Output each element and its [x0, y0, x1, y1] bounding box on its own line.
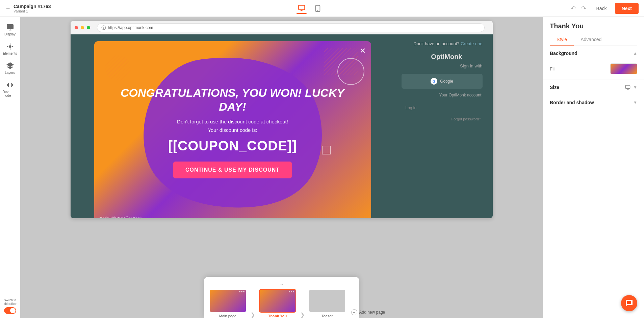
dot-green [87, 26, 90, 29]
switch-editor-label: Switch to old Editor [2, 298, 19, 306]
page-thumb-thankyou[interactable]: Thank You [259, 289, 296, 318]
sidebar-elements-label: Elements [3, 52, 17, 55]
sidebar-item-devmode[interactable]: Dev mode [1, 79, 19, 100]
dot-yellow [81, 26, 84, 29]
background-chevron: ▲ [633, 51, 637, 56]
thumb-teaser-bg [309, 290, 345, 312]
next-button[interactable]: Next [615, 3, 639, 14]
panel-body: Background ▲ Fill Size ▼ [543, 46, 644, 318]
popup-headline: CONGRATULATIONS, YOU WON! LUCKY DAY! [108, 86, 358, 114]
browser-frame: https://app.optimonk.com Don't have an a… [71, 21, 493, 218]
monitor-icon [625, 85, 630, 90]
sidebar-devmode-label: Dev mode [3, 90, 18, 97]
sidebar-item-display[interactable]: Display [1, 21, 19, 39]
page-thumb-teaser[interactable]: Teaser [309, 289, 346, 318]
size-chevron: ▼ [633, 85, 637, 90]
border-chevron: ▼ [633, 100, 637, 105]
back-button[interactable]: Back [592, 4, 611, 13]
campaign-title: Campaign #1763 [14, 4, 51, 9]
create-one-link[interactable]: Create one [461, 41, 482, 46]
add-page-button[interactable]: + Add new page [349, 307, 388, 318]
left-sidebar: Display Elements Layers Dev mode Switch … [0, 17, 20, 318]
thumb-main-bg [210, 290, 246, 312]
svg-rect-21 [625, 85, 630, 88]
back-nav-button[interactable]: ← [5, 5, 11, 11]
page-selector-arrow[interactable]: ⌄ [209, 281, 354, 286]
thumb-thankyou-dots [289, 291, 294, 292]
svg-rect-5 [7, 25, 13, 29]
background-title: Background [550, 51, 577, 56]
fill-preview[interactable] [610, 63, 637, 74]
panel-tabs: Style Advanced [550, 34, 637, 46]
page-arrow-1: ❯ [249, 312, 256, 318]
border-title: Border and shadow [550, 100, 594, 105]
switch-editor-toggle[interactable]: Switch to old Editor [2, 298, 19, 314]
svg-rect-0 [299, 5, 305, 9]
topbar: ← Campaign #1763 Variant 1 ↶ ↷ Back Next [0, 0, 644, 17]
page-thumb-main-img [209, 289, 247, 313]
desktop-device-button[interactable] [296, 3, 307, 14]
thumb-thankyou-bg [260, 290, 295, 312]
tab-style[interactable]: Style [550, 34, 574, 46]
thumb-main-dots [239, 291, 244, 292]
campaign-variant: Variant 1 [14, 9, 51, 13]
size-title: Size [550, 85, 559, 90]
chat-button[interactable] [621, 295, 637, 311]
campaign-info: Campaign #1763 Variant 1 [14, 4, 51, 13]
coupon-code: [[COUPON_CODE]] [108, 138, 358, 153]
page-arrow-2: ❯ [299, 312, 306, 318]
bg-website-text: Don't have an account? Create one OptiMo… [402, 41, 483, 121]
canvas-area: https://app.optimonk.com Don't have an a… [20, 17, 543, 318]
svg-marker-13 [7, 63, 13, 67]
main-area: Display Elements Layers Dev mode Switch … [0, 17, 644, 318]
cta-button[interactable]: CONTINUE & USE MY DISCOUNT [173, 162, 292, 178]
popup-main: ✕ CONGRATULATIONS, YOU WON! LUCKY DAY! D… [94, 41, 371, 218]
page-thumb-thankyou-img [259, 289, 296, 313]
pages-row: Main page ❯ Thank You ❯ [209, 289, 354, 318]
right-panel-title: Thank You [550, 22, 637, 30]
background-section-header[interactable]: Background ▲ [543, 46, 644, 61]
fill-label: Fill [550, 66, 606, 71]
browser-toolbar: https://app.optimonk.com [71, 21, 493, 34]
undo-button[interactable]: ↶ [569, 3, 578, 13]
add-page-icon: + [351, 309, 357, 315]
svg-point-8 [9, 46, 11, 48]
made-with: Made with ♥ by OptiMonk [100, 216, 142, 218]
sidebar-item-elements[interactable]: Elements [1, 40, 19, 58]
popup-content: CONGRATULATIONS, YOU WON! LUCKY DAY! Don… [94, 79, 371, 185]
dot-red [75, 26, 78, 29]
panel-section-size: Size ▼ [543, 80, 644, 95]
redo-button[interactable]: ↷ [579, 3, 588, 13]
popup: ✕ CONGRATULATIONS, YOU WON! LUCKY DAY! D… [94, 41, 371, 218]
main-page-label: Main page [219, 314, 236, 318]
thankyou-page-label: Thank You [268, 314, 287, 318]
close-popup-button[interactable]: ✕ [360, 47, 366, 55]
undo-redo-group: ↶ ↷ [569, 3, 588, 13]
sidebar-item-layers[interactable]: Layers [1, 59, 19, 77]
topbar-left: ← Campaign #1763 Variant 1 [5, 4, 51, 13]
size-section-header[interactable]: Size ▼ [543, 80, 644, 95]
panel-section-background: Background ▲ Fill [543, 46, 644, 80]
right-panel: Thank You Style Advanced Background ▲ Fi… [543, 17, 644, 318]
fill-row: Fill [543, 61, 644, 80]
page-selector: ⌄ Main page ❯ [204, 277, 359, 318]
hatch-decoration [104, 55, 131, 82]
border-section-header[interactable]: Border and shadow ▼ [543, 95, 644, 110]
popup-subtext: Don't forget to use the discount code at… [108, 119, 358, 124]
page-thumb-teaser-img [309, 289, 346, 313]
page-thumb-main[interactable]: Main page [209, 289, 247, 318]
sidebar-display-label: Display [4, 32, 16, 36]
right-panel-header: Thank You Style Advanced [543, 17, 644, 46]
add-page-label: Add new page [359, 310, 385, 315]
topbar-center [296, 3, 323, 14]
popup-container: Don't have an account? Create one OptiMo… [71, 34, 493, 218]
tab-advanced[interactable]: Advanced [574, 34, 608, 46]
url-bar: https://app.optimonk.com [97, 23, 485, 32]
switch-toggle[interactable] [4, 307, 16, 314]
topbar-right: ↶ ↷ Back Next [569, 3, 639, 14]
panel-section-border: Border and shadow ▼ [543, 95, 644, 110]
teaser-page-label: Teaser [321, 314, 333, 318]
url-text: https://app.optimonk.com [108, 25, 153, 30]
svg-point-18 [105, 55, 131, 81]
mobile-device-button[interactable] [312, 3, 323, 14]
